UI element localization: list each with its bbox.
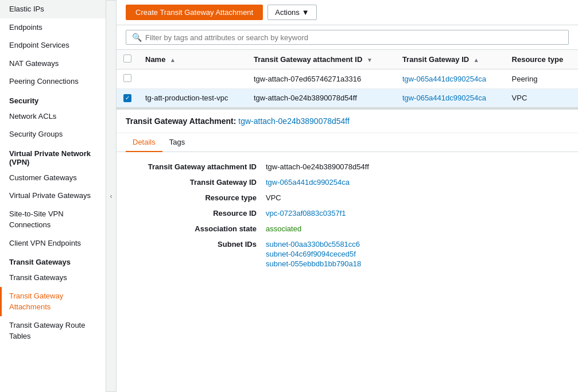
tgw-id-value[interactable]: tgw-065a441dc990254ca: [266, 177, 564, 188]
resource-id-label: Resource ID: [130, 208, 257, 219]
attachment-id-label: Transit Gateway attachment ID: [130, 161, 257, 172]
sidebar-section-transit-gateways: Transit Gateways: [0, 252, 106, 269]
table-container: Name ▲ Transit Gateway attachment ID ▼ T…: [117, 49, 578, 107]
sidebar-toggle-button[interactable]: ‹: [106, 0, 117, 392]
sidebar-section-vpn: Virtual Private Network (VPN): [0, 143, 106, 169]
sidebar-item-endpoints[interactable]: Endpoints: [0, 18, 106, 37]
tab-tags[interactable]: Tags: [162, 133, 192, 152]
row1-checkbox[interactable]: [123, 74, 131, 82]
subnet-id-2[interactable]: subnet-04c69f9094ceced5f: [266, 250, 564, 258]
row2-checkbox-cell[interactable]: [117, 89, 138, 107]
row2-checkbox[interactable]: [123, 94, 131, 102]
column-name-label: Name: [145, 55, 165, 64]
resource-id-link[interactable]: vpc-0723af0883c0357f1: [266, 209, 346, 218]
association-state-label: Association state: [130, 223, 257, 234]
attachments-table: Name ▲ Transit Gateway attachment ID ▼ T…: [117, 49, 578, 107]
sidebar: Elastic IPs Endpoints Endpoint Services …: [0, 0, 106, 392]
detail-panel: Transit Gateway Attachment: tgw-attach-0…: [117, 110, 578, 392]
tgw-id-link[interactable]: tgw-065a441dc990254ca: [266, 178, 350, 187]
sidebar-item-client-vpn-endpoints[interactable]: Client VPN Endpoints: [0, 234, 106, 253]
detail-header-id-link[interactable]: tgw-attach-0e24b3890078d54ff: [238, 117, 350, 126]
main-content: Create Transit Gateway Attachment Action…: [117, 0, 578, 392]
name-sort-icon: ▲: [170, 57, 176, 63]
attachment-id-sort-icon: ▼: [367, 57, 373, 63]
search-icon: 🔍: [132, 33, 142, 42]
column-resource-type-label: Resource type: [512, 55, 564, 64]
sidebar-item-elastic-ips[interactable]: Elastic IPs: [0, 0, 106, 18]
search-bar: 🔍: [126, 30, 569, 45]
row1-tgw-id-link[interactable]: tgw-065a441dc990254ca: [402, 75, 486, 83]
subnet-id-1[interactable]: subnet-00aa330b0c5581cc6: [266, 240, 564, 249]
row1-attachment-id: tgw-attach-07ed65746271a3316: [247, 69, 395, 89]
row2-attachment-id: tgw-attach-0e24b3890078d54ff: [247, 89, 395, 107]
table-header-row: Name ▲ Transit Gateway attachment ID ▼ T…: [117, 50, 578, 69]
row2-resource-type: VPC: [505, 89, 578, 107]
row1-checkbox-cell[interactable]: [117, 69, 138, 89]
detail-header: Transit Gateway Attachment: tgw-attach-0…: [117, 110, 578, 133]
search-bar-container: 🔍: [117, 25, 578, 49]
sidebar-item-security-groups[interactable]: Security Groups: [0, 125, 106, 143]
subnet-id-3[interactable]: subnet-055ebbdb1bb790a18: [266, 259, 564, 268]
column-header-tgw-id[interactable]: Transit Gateway ID ▲: [395, 50, 505, 69]
search-input[interactable]: [145, 33, 563, 42]
sidebar-item-network-acls[interactable]: Network ACLs: [0, 107, 106, 126]
tgw-id-sort-icon: ▲: [474, 57, 479, 63]
row2-attachment-id-value: tgw-attach-0e24b3890078d54ff: [254, 94, 357, 102]
toolbar: Create Transit Gateway Attachment Action…: [117, 0, 578, 25]
select-all-checkbox[interactable]: [123, 55, 131, 63]
row2-tgw-id-link[interactable]: tgw-065a441dc990254ca: [402, 94, 486, 102]
table-row[interactable]: tgw-attach-07ed65746271a3316 tgw-065a441…: [117, 69, 578, 89]
create-transit-gateway-attachment-button[interactable]: Create Transit Gateway Attachment: [126, 5, 263, 20]
sidebar-item-customer-gateways[interactable]: Customer Gateways: [0, 169, 106, 187]
row1-name: [138, 69, 247, 89]
column-header-resource-type: Resource type: [505, 50, 578, 69]
subnet-ids-list: subnet-00aa330b0c5581cc6 subnet-04c69f90…: [266, 240, 564, 268]
resource-type-value: VPC: [266, 192, 564, 203]
tab-details[interactable]: Details: [126, 133, 162, 152]
select-all-header[interactable]: [117, 50, 138, 69]
sidebar-item-transit-gateway-route-tables[interactable]: Transit Gateway Route Tables: [0, 316, 106, 346]
association-state-value: associated: [266, 223, 564, 234]
detail-tabs: Details Tags: [117, 133, 578, 152]
actions-button[interactable]: Actions ▼: [267, 5, 317, 20]
actions-label: Actions: [275, 8, 300, 17]
sidebar-item-transit-gateway-attachments[interactable]: Transit Gateway Attachments: [0, 287, 106, 316]
row1-attachment-id-value: tgw-attach-07ed65746271a3316: [254, 75, 361, 83]
tgw-id-label: Transit Gateway ID: [130, 177, 257, 188]
detail-header-label: Transit Gateway Attachment:: [126, 117, 236, 126]
table-row[interactable]: tg-att-production-test-vpc tgw-attach-0e…: [117, 89, 578, 107]
sidebar-item-site-to-site-vpn[interactable]: Site-to-Site VPN Connections: [0, 205, 106, 234]
actions-chevron-down-icon: ▼: [302, 8, 309, 17]
column-header-attachment-id[interactable]: Transit Gateway attachment ID ▼: [247, 50, 395, 69]
column-header-name[interactable]: Name ▲: [138, 50, 247, 69]
row1-resource-type: Peering: [505, 69, 578, 89]
subnet-ids-values: subnet-00aa330b0c5581cc6 subnet-04c69f90…: [266, 239, 564, 269]
sidebar-item-nat-gateways[interactable]: NAT Gateways: [0, 55, 106, 73]
resource-id-value[interactable]: vpc-0723af0883c0357f1: [266, 208, 564, 219]
column-tgw-id-label: Transit Gateway ID: [402, 55, 469, 64]
sidebar-item-virtual-private-gateways[interactable]: Virtual Private Gateways: [0, 187, 106, 205]
row1-tgw-id[interactable]: tgw-065a441dc990254ca: [395, 69, 505, 89]
sidebar-item-transit-gateways[interactable]: Transit Gateways: [0, 269, 106, 287]
attachment-id-value: tgw-attach-0e24b3890078d54ff: [266, 161, 564, 172]
row2-name: tg-att-production-test-vpc: [138, 89, 247, 107]
resource-type-label: Resource type: [130, 192, 257, 203]
sidebar-section-security: Security: [0, 91, 106, 107]
sidebar-item-endpoint-services[interactable]: Endpoint Services: [0, 36, 106, 55]
sidebar-item-peering-connections[interactable]: Peering Connections: [0, 72, 106, 91]
subnet-ids-label: Subnet IDs: [130, 239, 257, 269]
detail-fields: Transit Gateway attachment ID tgw-attach…: [117, 152, 578, 278]
column-attachment-id-label: Transit Gateway attachment ID: [254, 55, 362, 64]
row2-tgw-id[interactable]: tgw-065a441dc990254ca: [395, 89, 505, 107]
